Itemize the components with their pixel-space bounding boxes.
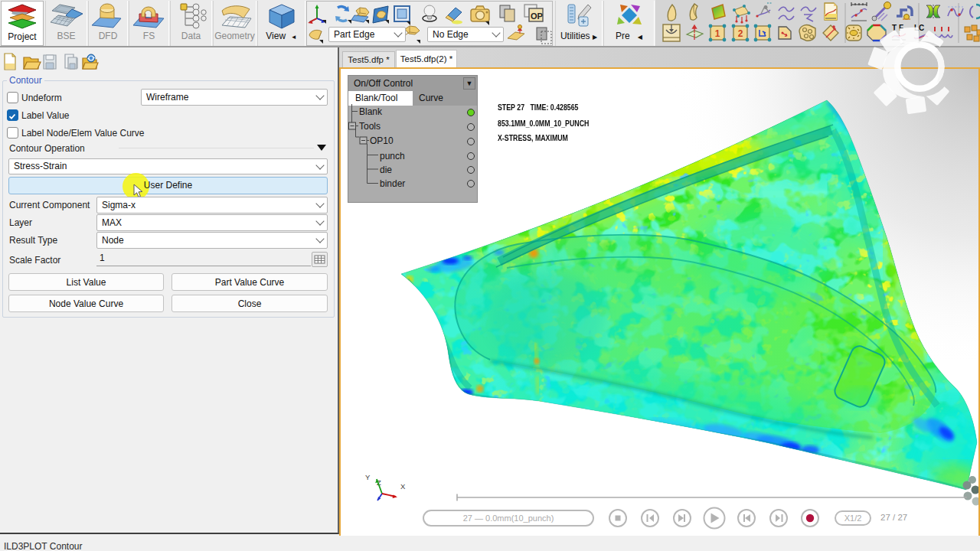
svg-text:X: X — [400, 482, 406, 491]
svg-text:2: 2 — [738, 28, 743, 39]
svg-text:Y: Y — [365, 473, 371, 481]
svg-text:1: 1 — [715, 28, 720, 39]
svg-text:OP: OP — [531, 11, 543, 21]
